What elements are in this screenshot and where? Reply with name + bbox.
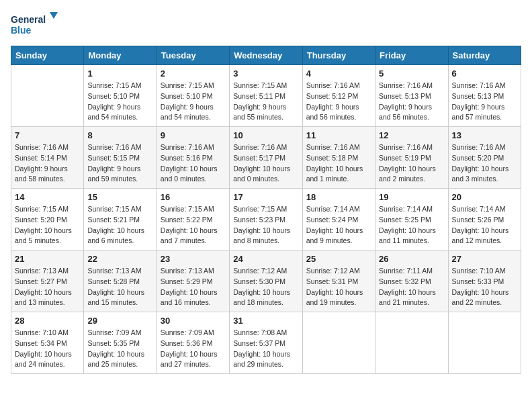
day-number: 13: [452, 130, 517, 140]
day-cell: 3 Sunrise: 7:15 AMSunset: 5:11 PMDayligh…: [230, 65, 302, 127]
day-info: Sunrise: 7:13 AMSunset: 5:27 PMDaylight:…: [15, 266, 80, 308]
day-info: Sunrise: 7:15 AMSunset: 5:21 PMDaylight:…: [87, 204, 152, 246]
day-cell: 11 Sunrise: 7:16 AMSunset: 5:18 PMDaylig…: [302, 127, 375, 189]
day-cell: [302, 312, 375, 374]
svg-marker-1: [50, 12, 58, 19]
day-number: 5: [379, 68, 444, 79]
day-info: Sunrise: 7:12 AMSunset: 5:31 PMDaylight:…: [306, 266, 371, 308]
day-info: Sunrise: 7:15 AMSunset: 5:11 PMDaylight:…: [233, 81, 298, 123]
col-header-friday: Friday: [375, 46, 448, 65]
svg-text:General: General: [11, 14, 46, 25]
day-cell: 17 Sunrise: 7:15 AMSunset: 5:23 PMDaylig…: [230, 189, 302, 250]
day-cell: 24 Sunrise: 7:12 AMSunset: 5:30 PMDaylig…: [230, 250, 302, 312]
day-info: Sunrise: 7:16 AMSunset: 5:19 PMDaylight:…: [379, 142, 444, 185]
col-header-thursday: Thursday: [302, 46, 375, 65]
day-info: Sunrise: 7:09 AMSunset: 5:35 PMDaylight:…: [87, 328, 152, 370]
logo: General Blue: [11, 11, 64, 38]
day-cell: 19 Sunrise: 7:14 AMSunset: 5:25 PMDaylig…: [375, 189, 448, 250]
day-info: Sunrise: 7:14 AMSunset: 5:26 PMDaylight:…: [452, 204, 517, 246]
col-header-sunday: Sunday: [11, 46, 84, 65]
day-cell: 30 Sunrise: 7:09 AMSunset: 5:36 PMDaylig…: [157, 312, 229, 374]
day-info: Sunrise: 7:12 AMSunset: 5:30 PMDaylight:…: [233, 266, 298, 308]
day-cell: 1 Sunrise: 7:15 AMSunset: 5:10 PMDayligh…: [84, 65, 157, 127]
day-cell: 14 Sunrise: 7:15 AMSunset: 5:20 PMDaylig…: [11, 189, 84, 250]
day-cell: 18 Sunrise: 7:14 AMSunset: 5:24 PMDaylig…: [302, 189, 375, 250]
day-cell: 9 Sunrise: 7:16 AMSunset: 5:16 PMDayligh…: [157, 127, 229, 189]
day-number: 3: [233, 68, 298, 79]
day-number: 11: [306, 130, 371, 140]
day-number: 6: [452, 68, 517, 79]
day-number: 4: [306, 68, 371, 79]
day-cell: 21 Sunrise: 7:13 AMSunset: 5:27 PMDaylig…: [11, 250, 84, 312]
day-info: Sunrise: 7:15 AMSunset: 5:10 PMDaylight:…: [161, 81, 226, 123]
day-cell: 28 Sunrise: 7:10 AMSunset: 5:34 PMDaylig…: [11, 312, 84, 374]
svg-text:Blue: Blue: [11, 25, 32, 36]
day-number: 31: [233, 316, 298, 326]
header-row: SundayMondayTuesdayWednesdayThursdayFrid…: [11, 46, 521, 65]
day-cell: 12 Sunrise: 7:16 AMSunset: 5:19 PMDaylig…: [375, 127, 448, 189]
day-info: Sunrise: 7:14 AMSunset: 5:25 PMDaylight:…: [379, 204, 444, 246]
day-cell: 10 Sunrise: 7:16 AMSunset: 5:17 PMDaylig…: [230, 127, 302, 189]
day-number: 2: [161, 68, 226, 79]
calendar-table: SundayMondayTuesdayWednesdayThursdayFrid…: [11, 46, 521, 374]
day-cell: 15 Sunrise: 7:15 AMSunset: 5:21 PMDaylig…: [84, 189, 157, 250]
day-info: Sunrise: 7:10 AMSunset: 5:33 PMDaylight:…: [452, 266, 517, 308]
day-cell: 20 Sunrise: 7:14 AMSunset: 5:26 PMDaylig…: [448, 189, 521, 250]
day-cell: 29 Sunrise: 7:09 AMSunset: 5:35 PMDaylig…: [84, 312, 157, 374]
day-number: 7: [15, 130, 80, 140]
week-row-5: 28 Sunrise: 7:10 AMSunset: 5:34 PMDaylig…: [11, 312, 521, 374]
col-header-monday: Monday: [84, 46, 157, 65]
day-info: Sunrise: 7:13 AMSunset: 5:28 PMDaylight:…: [87, 266, 152, 308]
day-cell: [448, 312, 521, 374]
col-header-saturday: Saturday: [448, 46, 521, 65]
day-number: 22: [87, 254, 152, 264]
col-header-wednesday: Wednesday: [230, 46, 302, 65]
day-cell: 13 Sunrise: 7:16 AMSunset: 5:20 PMDaylig…: [448, 127, 521, 189]
day-cell: 2 Sunrise: 7:15 AMSunset: 5:10 PMDayligh…: [157, 65, 229, 127]
day-number: 8: [87, 130, 152, 140]
day-cell: [11, 65, 84, 127]
day-number: 24: [233, 254, 298, 264]
day-number: 23: [161, 254, 226, 264]
logo-svg: General Blue: [11, 11, 64, 38]
day-info: Sunrise: 7:15 AMSunset: 5:22 PMDaylight:…: [161, 204, 226, 246]
day-cell: 16 Sunrise: 7:15 AMSunset: 5:22 PMDaylig…: [157, 189, 229, 250]
day-info: Sunrise: 7:15 AMSunset: 5:23 PMDaylight:…: [233, 204, 298, 246]
day-number: 26: [379, 254, 444, 264]
day-number: 30: [161, 316, 226, 326]
day-cell: 31 Sunrise: 7:08 AMSunset: 5:37 PMDaylig…: [230, 312, 302, 374]
day-info: Sunrise: 7:16 AMSunset: 5:14 PMDaylight:…: [15, 142, 80, 185]
day-number: 20: [452, 192, 517, 202]
day-number: 19: [379, 192, 444, 202]
day-info: Sunrise: 7:16 AMSunset: 5:13 PMDaylight:…: [452, 81, 517, 123]
day-info: Sunrise: 7:11 AMSunset: 5:32 PMDaylight:…: [379, 266, 444, 308]
day-cell: 22 Sunrise: 7:13 AMSunset: 5:28 PMDaylig…: [84, 250, 157, 312]
day-info: Sunrise: 7:16 AMSunset: 5:15 PMDaylight:…: [87, 142, 152, 185]
day-cell: 5 Sunrise: 7:16 AMSunset: 5:13 PMDayligh…: [375, 65, 448, 127]
day-number: 12: [379, 130, 444, 140]
week-row-1: 1 Sunrise: 7:15 AMSunset: 5:10 PMDayligh…: [11, 65, 521, 127]
day-info: Sunrise: 7:16 AMSunset: 5:16 PMDaylight:…: [161, 142, 226, 185]
day-number: 18: [306, 192, 371, 202]
week-row-3: 14 Sunrise: 7:15 AMSunset: 5:20 PMDaylig…: [11, 189, 521, 250]
day-info: Sunrise: 7:08 AMSunset: 5:37 PMDaylight:…: [233, 328, 298, 370]
day-cell: 23 Sunrise: 7:13 AMSunset: 5:29 PMDaylig…: [157, 250, 229, 312]
day-cell: 7 Sunrise: 7:16 AMSunset: 5:14 PMDayligh…: [11, 127, 84, 189]
day-number: 21: [15, 254, 80, 264]
day-info: Sunrise: 7:14 AMSunset: 5:24 PMDaylight:…: [306, 204, 371, 246]
day-number: 27: [452, 254, 517, 264]
day-cell: 8 Sunrise: 7:16 AMSunset: 5:15 PMDayligh…: [84, 127, 157, 189]
day-number: 9: [161, 130, 226, 140]
day-number: 17: [233, 192, 298, 202]
day-info: Sunrise: 7:15 AMSunset: 5:20 PMDaylight:…: [15, 204, 80, 246]
day-info: Sunrise: 7:16 AMSunset: 5:20 PMDaylight:…: [452, 142, 517, 185]
day-info: Sunrise: 7:15 AMSunset: 5:10 PMDaylight:…: [87, 81, 152, 123]
day-cell: 25 Sunrise: 7:12 AMSunset: 5:31 PMDaylig…: [302, 250, 375, 312]
day-number: 29: [87, 316, 152, 326]
week-row-2: 7 Sunrise: 7:16 AMSunset: 5:14 PMDayligh…: [11, 127, 521, 189]
day-info: Sunrise: 7:09 AMSunset: 5:36 PMDaylight:…: [161, 328, 226, 370]
day-cell: [375, 312, 448, 374]
day-number: 28: [15, 316, 80, 326]
day-number: 1: [87, 68, 152, 79]
day-info: Sunrise: 7:13 AMSunset: 5:29 PMDaylight:…: [161, 266, 226, 308]
